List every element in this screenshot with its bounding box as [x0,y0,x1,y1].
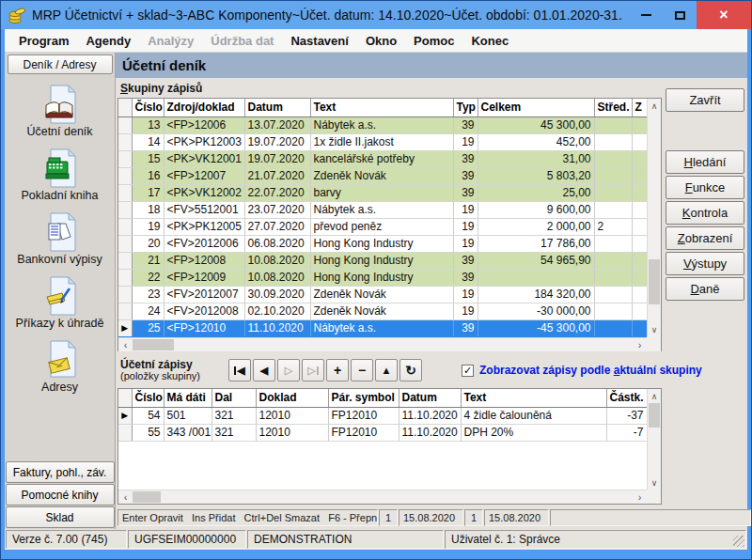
scrollbar-corner [647,490,661,504]
sidebar-item-adresy[interactable]: Adresy [8,340,113,394]
minimize-button[interactable] [629,1,663,29]
cell: 39 [453,252,478,269]
hledani-button[interactable]: Hledání [666,150,744,174]
grid-row[interactable]: 22<FP>1200910.08.2020Hong Kong Industry3… [118,269,647,286]
delete-record-button[interactable]: − [351,359,373,381]
grid-row[interactable]: 21<FP>1200810.08.2020Hong Kong Industry3… [118,252,647,269]
menu-item-pomoc[interactable]: Pomoc [405,34,462,48]
scroll-track[interactable] [133,490,633,504]
grid-row[interactable]: 20<FV>201200606.08.2020Hong Kong Industr… [118,235,647,252]
resize-grip-icon[interactable] [733,536,744,547]
column-header-3[interactable]: Text [310,99,453,117]
scroll-up-icon[interactable]: ∧ [648,99,661,113]
column-header-0[interactable]: Číslo [132,389,164,407]
zavrit-button[interactable]: Zavřít [666,88,744,112]
faktury-pohledavky-zavazky-button[interactable]: Faktury, pohl., záv. [6,461,115,483]
scroll-down-icon[interactable]: ∨ [648,323,661,337]
grid-row[interactable]: 55343 /00132112010FP1201011.10.2020DPH 2… [118,424,647,441]
row-indicator-header [118,99,132,117]
menu-item-konec[interactable]: Konec [462,34,517,48]
insert-record-button[interactable]: + [326,359,349,381]
grid-row[interactable]: 15<PK>VK1200119.07.2020kancelářské potře… [118,150,647,167]
groups-vertical-scrollbar[interactable]: ∧ ∨ [647,99,661,337]
menu-item-program[interactable]: Program [10,34,77,48]
cell: -37 [606,407,647,424]
maximize-button[interactable] [663,1,697,29]
sidebar-header-denik-adresy[interactable]: Deník / Adresy [8,54,113,74]
zobrazeni-button[interactable]: Zobrazení [666,226,744,250]
scroll-thumb[interactable] [649,403,660,428]
vystupy-button[interactable]: Výstupy [666,252,744,275]
first-record-button[interactable]: ◀ [228,359,251,381]
groups-horizontal-scrollbar[interactable]: ‹ › [118,337,647,351]
cell [594,286,632,303]
funkce-button[interactable]: Funkce [666,176,744,199]
column-header-5[interactable]: Datum [399,389,461,407]
grid-row[interactable]: 13<FP>1200613.07.2020Nábytek a.s.3945 30… [118,117,647,133]
grid-row[interactable]: 16<FP>1200721.07.2020Zdeněk Novák395 803… [118,167,647,184]
scroll-right-icon[interactable]: › [633,490,647,504]
cell: 19 [453,303,478,319]
column-header-2[interactable]: Dal [212,389,256,407]
scroll-thumb[interactable] [133,491,161,503]
scroll-track[interactable] [648,113,661,323]
menu-item-agendy[interactable]: Agendy [77,34,139,48]
cell: 13.07.2020 [244,117,310,133]
column-header-7[interactable]: Z [632,99,647,117]
scroll-thumb[interactable] [649,259,660,304]
sidebar-item-prikazy-k-uhrade[interactable]: Příkazy k úhradě [8,276,113,330]
grid-row[interactable]: ▶25<FP>1201011.10.2020Nábytek a.s.39-45 … [118,319,647,336]
cell: 18 [132,201,164,218]
scroll-thumb[interactable] [133,339,174,350]
dane-button[interactable]: Daně [666,277,744,301]
close-button[interactable]: × [697,1,751,29]
column-header-1[interactable]: Zdroj/doklad [164,99,244,117]
cell: Hong Kong Industry [310,269,453,286]
column-header-0[interactable]: Číslo [132,99,164,117]
entries-horizontal-scrollbar[interactable]: ‹ › [118,490,647,504]
menu-item-okno[interactable]: Okno [357,34,405,48]
cell: <FV>2012007 [164,286,244,303]
entries-vertical-scrollbar[interactable]: ∧ ∨ [647,389,661,490]
sidebar-item-pokladni-kniha[interactable]: Pokladní kniha [8,148,113,202]
kontrola-button[interactable]: Kontrola [666,201,744,225]
scroll-track[interactable] [648,403,661,475]
edit-record-button[interactable]: ▲ [375,359,398,381]
grid-row[interactable]: 24<FV>201200802.10.2020Zdeněk Novák19-30… [118,303,647,319]
grid-row[interactable]: 14<PK>PK1200319.07.20201x židle II.jakos… [118,133,647,150]
cell [632,269,647,286]
cell: 19.07.2020 [244,150,310,167]
grid-row[interactable]: 17<PK>VK1200222.07.2020barvy3925,00 [118,184,647,201]
column-header-2[interactable]: Datum [244,99,310,117]
scroll-down-icon[interactable]: ∨ [648,475,661,490]
grid-row[interactable]: ▶5450132112010FP1201011.10.20204 židle č… [118,407,647,424]
column-header-4[interactable]: Typ [453,99,478,117]
scroll-track[interactable] [133,338,633,351]
refresh-button[interactable]: ↻ [400,359,422,381]
filter-checkbox[interactable]: ✓ [462,365,474,377]
cell: 12010 [256,407,328,424]
column-header-7[interactable]: Částk. [606,389,647,407]
keyboard-hints: Enter Opravit Ins Přidat Ctrl+Del Smazat… [118,509,378,526]
column-header-6[interactable]: Střed. [594,99,632,117]
sidebar-item-ucetni-denik[interactable]: Účetní deník [8,85,113,138]
sidebar-item-bankovni-vypisy[interactable]: Bankovní výpisy [8,212,113,266]
pomocne-knihy-button[interactable]: Pomocné knihy [6,484,115,506]
scroll-right-icon[interactable]: › [633,338,647,351]
sklad-button[interactable]: Sklad [6,506,115,528]
grid-row[interactable]: 23<FV>201200730.09.2020Zdeněk Novák19184… [118,286,647,303]
scroll-left-icon[interactable]: ‹ [118,490,133,504]
menu-item-nastaveni[interactable]: Nastavení [282,34,356,48]
grid-row[interactable]: 18<FV>551200123.07.2020Nábytek a.s.199 6… [118,201,647,218]
column-header-1[interactable]: Má dáti [164,389,212,407]
column-header-6[interactable]: Text [461,389,606,407]
scroll-up-icon[interactable]: ∧ [648,389,661,403]
grid-row[interactable]: 19<PK>PK1200527.07.2020převod peněz192 0… [118,218,647,235]
column-header-3[interactable]: Doklad [256,389,328,407]
scroll-left-icon[interactable]: ‹ [118,338,133,351]
column-header-4[interactable]: Pár. symbol [328,389,399,407]
column-header-5[interactable]: Celkem [478,99,594,117]
next-record-button: ▷ [277,359,300,381]
title-bar[interactable]: MRP Účetnictví + sklad~3-ABC Komponenty~… [1,1,751,29]
prior-record-button[interactable]: ◀ [253,359,275,381]
